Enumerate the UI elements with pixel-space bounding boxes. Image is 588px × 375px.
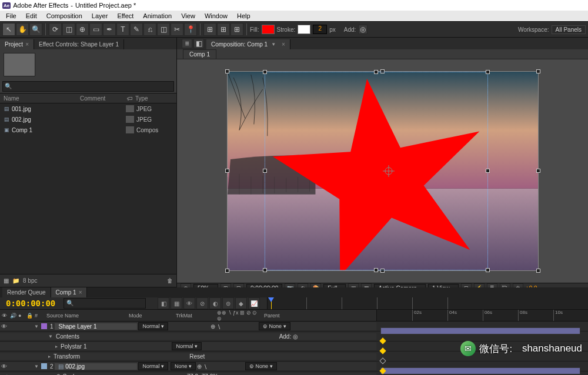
puppet-tool[interactable]: 📍	[184, 23, 197, 36]
fill-swatch[interactable]	[262, 25, 275, 34]
eraser-tool[interactable]: ◫	[157, 23, 170, 36]
project-footer: ▦ 📁 8 bpc 🗑	[0, 274, 176, 287]
lock-col-icon[interactable]: 🔒	[25, 313, 33, 319]
stroke-unit: px	[329, 26, 336, 33]
composition-viewer[interactable]	[177, 59, 588, 283]
composition-canvas[interactable]	[227, 71, 539, 271]
draft3d-icon[interactable]: ▦	[171, 297, 182, 309]
resize-handle[interactable]	[225, 269, 229, 273]
shape-tool[interactable]: ▭	[89, 23, 102, 36]
menu-effect[interactable]: Effect	[112, 11, 138, 21]
project-item[interactable]: ▤001.jpgJPEG	[0, 103, 176, 114]
close-icon[interactable]: ×	[282, 41, 285, 48]
layer-row[interactable]: 👁▼2▤ 002.jpgNormal ▾None ▾⊕ ∖⊚ None ▾	[0, 361, 588, 371]
tab-render-queue[interactable]: Render Queue	[2, 287, 51, 297]
tab-composition[interactable]: Composition: Comp 1▼×	[206, 39, 290, 49]
interpret-icon[interactable]: ▦	[4, 277, 9, 284]
graph-editor-icon[interactable]: 📈	[248, 297, 260, 309]
panel-menu-icon[interactable]: ≡	[182, 39, 192, 48]
shy-icon[interactable]: 👁	[183, 297, 195, 309]
project-list[interactable]: ▤001.jpgJPEG▤002.jpgJPEG▣Comp 1Compos	[0, 103, 176, 274]
local-axis-icon[interactable]: ⊞	[203, 23, 216, 36]
project-search-input[interactable]	[2, 81, 174, 92]
selection-tool[interactable]: ↖	[2, 23, 15, 36]
search-icon: 🔍	[66, 300, 74, 306]
menu-bar: FileEditCompositionLayerEffectAnimationV…	[0, 11, 588, 21]
workspace-label: Workspace:	[518, 26, 549, 33]
trkmat-header[interactable]: TrkMat	[174, 313, 215, 319]
project-thumbnail	[4, 53, 35, 76]
tab-project[interactable]: Project×	[0, 39, 34, 49]
fill-label[interactable]: Fill:	[250, 26, 259, 33]
stroke-swatch[interactable]	[298, 25, 310, 34]
toolbar: ↖ ✋ 🔍 ⟳ ◫ ⊕ ▭ ✒ T ✎ ⎌ ◫ ✂ 📍 ⊞ ⊞ ⊞ Fill: …	[0, 21, 588, 38]
clone-tool[interactable]: ⎌	[143, 23, 156, 36]
search-icon: 🔍	[5, 83, 12, 89]
menu-composition[interactable]: Composition	[42, 11, 87, 21]
timeline-search-input[interactable]: 🔍	[64, 298, 146, 309]
resize-handle[interactable]	[225, 169, 229, 173]
motion-blur-icon[interactable]: ◐	[209, 297, 221, 309]
menu-layer[interactable]: Layer	[87, 11, 113, 21]
menu-animation[interactable]: Animation	[138, 11, 176, 21]
menu-window[interactable]: Window	[200, 11, 232, 21]
brainstorm-icon[interactable]: ⊚	[222, 297, 234, 309]
folder-icon[interactable]: 📁	[12, 277, 19, 284]
roto-tool[interactable]: ✂	[171, 23, 183, 36]
solo-col-icon[interactable]: ●	[16, 313, 25, 319]
project-item[interactable]: ▣Comp 1Compos	[0, 125, 176, 135]
frame-blend-icon[interactable]: ⊘	[196, 297, 208, 309]
wechat-icon: ✉	[460, 341, 476, 356]
current-timecode[interactable]: 0:00:00:00	[0, 299, 61, 308]
audio-col-icon[interactable]: 🔊	[8, 313, 16, 319]
col-type: Type	[132, 95, 176, 102]
tab-effect-controls[interactable]: Effect Controls: Shape Layer 1	[34, 39, 124, 49]
composition-panel: ≡ ◧ Composition: Comp 1▼× Comp 1	[177, 38, 588, 287]
rotation-tool[interactable]: ⟳	[49, 23, 62, 36]
close-icon[interactable]: ×	[25, 41, 29, 48]
pan-behind-tool[interactable]: ⊕	[76, 23, 89, 36]
col-comment: Comment	[76, 95, 123, 102]
resize-handle[interactable]	[536, 169, 540, 173]
source-name-header[interactable]: Source Name	[45, 313, 127, 319]
trash-icon[interactable]: 🗑	[167, 277, 173, 284]
title-bar: Ae Adobe After Effects - Untitled Projec…	[0, 0, 588, 11]
layer-row[interactable]: 👁▼1Shape Layer 1Normal ▾⊕ ∖⊚ None ▾	[0, 322, 588, 332]
parent-header[interactable]: Parent	[262, 313, 298, 319]
zoom-tool[interactable]: 🔍	[29, 23, 42, 36]
menu-edit[interactable]: Edit	[21, 11, 42, 21]
pen-tool[interactable]: ✒	[103, 23, 116, 36]
auto-keyframe-icon[interactable]: ◆	[235, 297, 247, 309]
resize-handle[interactable]	[536, 69, 540, 73]
stroke-label[interactable]: Stroke:	[277, 26, 296, 33]
camera-tool[interactable]: ◫	[62, 23, 75, 36]
add-label: Add:	[344, 26, 356, 33]
tab-timeline-comp[interactable]: Comp 1×	[51, 287, 88, 297]
add-target-icon[interactable]: ◎	[358, 25, 368, 34]
type-tool[interactable]: T	[116, 23, 129, 36]
mode-header[interactable]: Mode	[127, 313, 174, 319]
shape-bounding-box[interactable]	[265, 72, 488, 270]
menu-file[interactable]: File	[1, 11, 21, 21]
timeline-panel: Render Queue Comp 1× 0:00:00:00 🔍 ◧ ▦ 👁 …	[0, 287, 588, 375]
workspace-dropdown[interactable]: All Panels	[552, 25, 586, 34]
watermark: ✉ 微信号: shanshaneud	[460, 341, 582, 356]
stroke-width-input[interactable]: 2	[313, 25, 327, 34]
comp-mini-flowchart-icon[interactable]: ◧	[158, 297, 169, 309]
view-axis-icon[interactable]: ⊞	[230, 23, 243, 36]
menu-view[interactable]: View	[176, 11, 200, 21]
bpc-label[interactable]: 8 bpc	[23, 277, 37, 284]
col-name: Name	[0, 95, 76, 102]
world-axis-icon[interactable]: ⊞	[217, 23, 230, 36]
menu-help[interactable]: Help	[232, 11, 255, 21]
playhead[interactable]	[271, 297, 272, 309]
visibility-col-icon[interactable]: 👁	[0, 313, 8, 319]
resize-handle[interactable]	[536, 269, 540, 273]
comp-breadcrumb[interactable]: Comp 1	[183, 49, 216, 59]
comp-nav-icon[interactable]: ◧	[193, 39, 204, 48]
project-columns-header[interactable]: Name Comment 🏷 Type	[0, 93, 176, 103]
brush-tool[interactable]: ✎	[130, 23, 143, 36]
hand-tool[interactable]: ✋	[16, 23, 29, 36]
project-item[interactable]: ▤002.jpgJPEG	[0, 114, 176, 125]
resize-handle[interactable]	[225, 69, 229, 73]
